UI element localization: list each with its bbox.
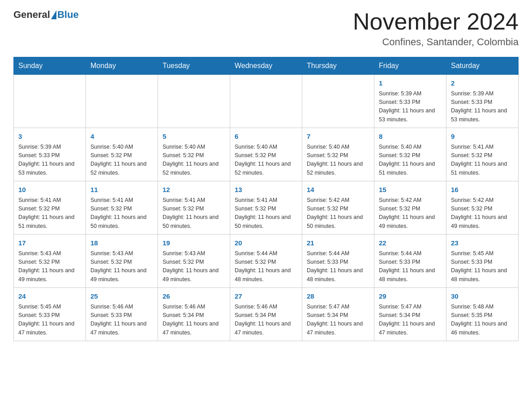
calendar-cell bbox=[86, 75, 158, 128]
day-number: 4 bbox=[90, 132, 153, 142]
calendar-cell: 30Sunrise: 5:48 AMSunset: 5:35 PMDayligh… bbox=[446, 288, 519, 341]
calendar-week-2: 3Sunrise: 5:39 AMSunset: 5:33 PMDaylight… bbox=[14, 128, 519, 181]
calendar-cell: 10Sunrise: 5:41 AMSunset: 5:32 PMDayligh… bbox=[14, 181, 86, 235]
calendar-cell: 28Sunrise: 5:47 AMSunset: 5:34 PMDayligh… bbox=[302, 288, 374, 341]
calendar-cell: 11Sunrise: 5:41 AMSunset: 5:32 PMDayligh… bbox=[86, 181, 158, 235]
calendar-cell: 5Sunrise: 5:40 AMSunset: 5:32 PMDaylight… bbox=[158, 128, 230, 181]
day-info: Sunrise: 5:48 AMSunset: 5:35 PMDaylight:… bbox=[451, 303, 514, 338]
calendar-cell: 25Sunrise: 5:46 AMSunset: 5:33 PMDayligh… bbox=[86, 288, 158, 341]
day-info: Sunrise: 5:40 AMSunset: 5:32 PMDaylight:… bbox=[307, 143, 369, 178]
day-number: 22 bbox=[379, 238, 442, 248]
title-area: November 2024 Confines, Santander, Colom… bbox=[353, 9, 519, 48]
column-header-thursday: Thursday bbox=[302, 57, 374, 75]
day-number: 15 bbox=[379, 185, 442, 195]
calendar-cell: 7Sunrise: 5:40 AMSunset: 5:32 PMDaylight… bbox=[302, 128, 374, 181]
calendar-cell: 22Sunrise: 5:44 AMSunset: 5:33 PMDayligh… bbox=[374, 235, 446, 288]
calendar-cell: 13Sunrise: 5:41 AMSunset: 5:32 PMDayligh… bbox=[230, 181, 302, 235]
day-info: Sunrise: 5:46 AMSunset: 5:34 PMDaylight:… bbox=[163, 303, 225, 338]
day-info: Sunrise: 5:40 AMSunset: 5:32 PMDaylight:… bbox=[379, 143, 442, 178]
calendar-cell bbox=[230, 75, 302, 128]
calendar-cell: 6Sunrise: 5:40 AMSunset: 5:32 PMDaylight… bbox=[230, 128, 302, 181]
day-info: Sunrise: 5:41 AMSunset: 5:32 PMDaylight:… bbox=[235, 196, 297, 231]
day-info: Sunrise: 5:41 AMSunset: 5:32 PMDaylight:… bbox=[18, 196, 81, 231]
day-number: 2 bbox=[451, 78, 514, 89]
day-info: Sunrise: 5:41 AMSunset: 5:32 PMDaylight:… bbox=[90, 196, 153, 231]
calendar-cell: 1Sunrise: 5:39 AMSunset: 5:33 PMDaylight… bbox=[374, 75, 446, 128]
day-number: 30 bbox=[451, 291, 514, 302]
day-info: Sunrise: 5:45 AMSunset: 5:33 PMDaylight:… bbox=[451, 249, 514, 284]
day-number: 12 bbox=[163, 185, 225, 195]
column-header-saturday: Saturday bbox=[446, 57, 519, 75]
calendar-cell: 4Sunrise: 5:40 AMSunset: 5:32 PMDaylight… bbox=[86, 128, 158, 181]
day-info: Sunrise: 5:47 AMSunset: 5:34 PMDaylight:… bbox=[307, 303, 369, 338]
calendar-cell bbox=[158, 75, 230, 128]
calendar-week-4: 17Sunrise: 5:43 AMSunset: 5:32 PMDayligh… bbox=[14, 235, 519, 288]
calendar-cell: 23Sunrise: 5:45 AMSunset: 5:33 PMDayligh… bbox=[446, 235, 519, 288]
day-info: Sunrise: 5:45 AMSunset: 5:33 PMDaylight:… bbox=[18, 303, 81, 338]
location-subtitle: Confines, Santander, Colombia bbox=[353, 36, 519, 48]
day-info: Sunrise: 5:44 AMSunset: 5:33 PMDaylight:… bbox=[379, 249, 442, 284]
day-info: Sunrise: 5:43 AMSunset: 5:32 PMDaylight:… bbox=[90, 249, 153, 284]
day-number: 21 bbox=[307, 238, 369, 248]
day-number: 18 bbox=[90, 238, 153, 248]
calendar-cell: 21Sunrise: 5:44 AMSunset: 5:33 PMDayligh… bbox=[302, 235, 374, 288]
day-info: Sunrise: 5:40 AMSunset: 5:32 PMDaylight:… bbox=[235, 143, 297, 178]
calendar-week-5: 24Sunrise: 5:45 AMSunset: 5:33 PMDayligh… bbox=[14, 288, 519, 341]
day-info: Sunrise: 5:42 AMSunset: 5:32 PMDaylight:… bbox=[307, 196, 369, 231]
day-info: Sunrise: 5:39 AMSunset: 5:33 PMDaylight:… bbox=[379, 90, 442, 124]
day-number: 1 bbox=[379, 78, 442, 89]
calendar-cell: 27Sunrise: 5:46 AMSunset: 5:34 PMDayligh… bbox=[230, 288, 302, 341]
calendar-cell: 12Sunrise: 5:41 AMSunset: 5:32 PMDayligh… bbox=[158, 181, 230, 235]
calendar-cell: 3Sunrise: 5:39 AMSunset: 5:33 PMDaylight… bbox=[14, 128, 86, 181]
day-number: 16 bbox=[451, 185, 514, 195]
column-header-sunday: Sunday bbox=[14, 57, 86, 75]
logo-general-text: General bbox=[13, 9, 50, 21]
day-info: Sunrise: 5:41 AMSunset: 5:32 PMDaylight:… bbox=[451, 143, 514, 178]
day-number: 25 bbox=[90, 291, 153, 302]
calendar-cell: 18Sunrise: 5:43 AMSunset: 5:32 PMDayligh… bbox=[86, 235, 158, 288]
day-number: 27 bbox=[235, 291, 297, 302]
day-info: Sunrise: 5:42 AMSunset: 5:32 PMDaylight:… bbox=[379, 196, 442, 231]
day-info: Sunrise: 5:43 AMSunset: 5:32 PMDaylight:… bbox=[18, 249, 81, 284]
calendar-cell: 24Sunrise: 5:45 AMSunset: 5:33 PMDayligh… bbox=[14, 288, 86, 341]
day-number: 20 bbox=[235, 238, 297, 248]
day-number: 10 bbox=[18, 185, 81, 195]
logo-triangle-icon bbox=[51, 10, 56, 19]
calendar-week-3: 10Sunrise: 5:41 AMSunset: 5:32 PMDayligh… bbox=[14, 181, 519, 235]
day-number: 23 bbox=[451, 238, 514, 248]
logo-blue-text: Blue bbox=[57, 9, 79, 21]
day-number: 9 bbox=[451, 132, 514, 142]
calendar-week-1: 1Sunrise: 5:39 AMSunset: 5:33 PMDaylight… bbox=[14, 75, 519, 128]
calendar-cell: 19Sunrise: 5:43 AMSunset: 5:32 PMDayligh… bbox=[158, 235, 230, 288]
day-number: 6 bbox=[235, 132, 297, 142]
day-number: 11 bbox=[90, 185, 153, 195]
day-info: Sunrise: 5:39 AMSunset: 5:33 PMDaylight:… bbox=[18, 143, 81, 178]
calendar-cell bbox=[302, 75, 374, 128]
day-number: 3 bbox=[18, 132, 81, 142]
logo: General Blue bbox=[13, 9, 79, 21]
day-number: 26 bbox=[163, 291, 225, 302]
day-info: Sunrise: 5:42 AMSunset: 5:32 PMDaylight:… bbox=[451, 196, 514, 231]
day-info: Sunrise: 5:46 AMSunset: 5:33 PMDaylight:… bbox=[90, 303, 153, 338]
page-header: General Blue November 2024 Confines, San… bbox=[13, 9, 519, 48]
calendar-cell: 2Sunrise: 5:39 AMSunset: 5:33 PMDaylight… bbox=[446, 75, 519, 128]
calendar-cell: 9Sunrise: 5:41 AMSunset: 5:32 PMDaylight… bbox=[446, 128, 519, 181]
day-info: Sunrise: 5:40 AMSunset: 5:32 PMDaylight:… bbox=[163, 143, 225, 178]
day-number: 7 bbox=[307, 132, 369, 142]
column-header-monday: Monday bbox=[86, 57, 158, 75]
day-number: 24 bbox=[18, 291, 81, 302]
month-title: November 2024 bbox=[353, 9, 519, 34]
day-info: Sunrise: 5:46 AMSunset: 5:34 PMDaylight:… bbox=[235, 303, 297, 338]
day-number: 13 bbox=[235, 185, 297, 195]
calendar-cell: 14Sunrise: 5:42 AMSunset: 5:32 PMDayligh… bbox=[302, 181, 374, 235]
day-number: 8 bbox=[379, 132, 442, 142]
day-info: Sunrise: 5:41 AMSunset: 5:32 PMDaylight:… bbox=[163, 196, 225, 231]
calendar-header-row: SundayMondayTuesdayWednesdayThursdayFrid… bbox=[14, 57, 519, 75]
day-number: 29 bbox=[379, 291, 442, 302]
calendar-cell bbox=[14, 75, 86, 128]
day-number: 17 bbox=[18, 238, 81, 248]
day-info: Sunrise: 5:44 AMSunset: 5:32 PMDaylight:… bbox=[235, 249, 297, 284]
calendar-cell: 17Sunrise: 5:43 AMSunset: 5:32 PMDayligh… bbox=[14, 235, 86, 288]
day-number: 28 bbox=[307, 291, 369, 302]
day-info: Sunrise: 5:39 AMSunset: 5:33 PMDaylight:… bbox=[451, 90, 514, 124]
